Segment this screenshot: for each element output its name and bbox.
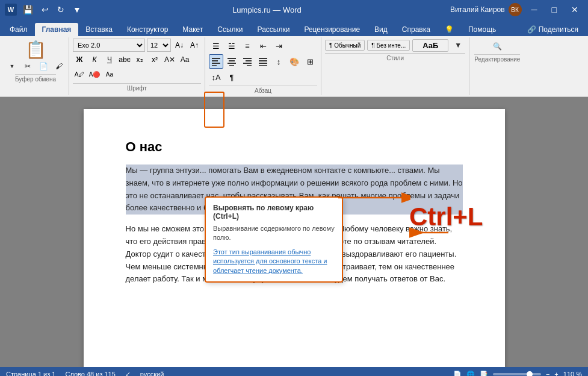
tab-view[interactable]: Вид [367,23,395,36]
shading-para-btn[interactable]: 🎨 [287,54,302,69]
styles-section: ¶ Обычный ¶ Без инте... AaБ ▼ Стили [321,37,469,95]
svg-rect-0 [212,58,220,59]
font-label: Шрифт [73,83,201,92]
user-name: Виталий Каиров [450,5,505,14]
superscript-btn[interactable]: x² [148,53,161,66]
view-normal-icon[interactable]: 📄 [453,371,462,377]
cut-btn[interactable]: ✂ [20,60,35,73]
tab-mailing[interactable]: Рассылки [250,23,297,36]
editing-section: 🔍 Редактирование [469,37,525,95]
underline-btn[interactable]: Ч [103,53,116,66]
undo-btn[interactable]: ↩ [39,4,51,16]
save-quick-btn[interactable]: 💾 [20,4,36,16]
doc-title: О нас [126,139,463,155]
close-btn[interactable]: ✕ [566,4,583,16]
zoom-btn-plus[interactable]: + [554,371,558,376]
tab-refs[interactable]: Ссылки [210,23,250,36]
user-area[interactable]: Виталий Каиров ВК [450,3,522,16]
subscript-btn[interactable]: x₂ [133,53,146,66]
status-bar: Страница 1 из 1 Слово 48 из 115 ✓ русски… [0,367,588,376]
svg-rect-14 [259,63,267,64]
justify-btn[interactable] [256,54,270,69]
tab-help[interactable]: Справка [395,23,438,36]
copy-btn[interactable]: 📄 [36,60,51,73]
svg-rect-7 [229,65,234,66]
style-no-spacing-label: ¶ Без инте... [371,42,406,49]
font-size-select[interactable]: 12 [147,39,171,52]
title-bar-center: Lumpics.ru — Word [232,5,302,14]
word-count: Слово 48 из 115 [65,371,115,376]
pilcrow-btn[interactable]: ¶ [224,70,239,84]
para-label: Абзац [209,86,317,94]
minimize-btn[interactable]: ─ [527,4,542,16]
tab-design[interactable]: Конструктор [120,23,175,36]
svg-rect-13 [259,60,267,61]
line-spacing-btn[interactable]: ↕ [271,54,286,69]
align-center-btn[interactable] [224,54,239,69]
italic-btn[interactable]: К [88,53,101,66]
font-color-btn[interactable]: A🔴 [88,67,101,81]
view-web-icon[interactable]: 🌐 [466,371,475,377]
paste-button[interactable]: 📋 [25,40,46,60]
title-bar-left: W 💾 ↩ ↻ ▼ [5,4,84,16]
tab-file[interactable]: Файл [2,23,35,36]
svg-rect-10 [243,63,252,64]
highlight-btn[interactable]: A🖊 [73,67,86,81]
svg-rect-5 [229,60,235,61]
zoom-slider[interactable] [493,373,541,375]
find-btn[interactable]: 🔍 [474,40,520,53]
tab-share[interactable]: 🔗 Поделиться [520,23,586,36]
view-outline-icon[interactable]: 📑 [480,371,488,377]
clear-format-btn[interactable]: A✕ [163,53,176,66]
spell-check-icon[interactable]: ✓ [125,371,131,377]
sort-btn[interactable]: ↕A [209,70,223,84]
zoom-btn-minus[interactable]: − [546,371,549,376]
decrease-indent-btn[interactable]: ⇤ [256,39,270,53]
redo-btn[interactable]: ↻ [55,4,67,16]
page-count: Страница 1 из 1 [6,371,55,376]
case-btn[interactable]: Aa [178,53,191,66]
status-right: 📄 🌐 📑 − + 110 % [453,371,582,377]
bold-btn[interactable]: Ж [73,53,86,66]
multilevel-btn[interactable]: ≡ [240,39,255,53]
strikethrough-btn[interactable]: abc [118,53,131,66]
zoom-thumb [527,371,533,376]
borders-btn[interactable]: ⊞ [303,54,317,69]
numbering-btn[interactable]: ☱ [224,39,239,53]
paste-dropdown[interactable]: ▼ [5,60,19,73]
tab-assistant[interactable]: Помощь [461,23,503,36]
restore-btn[interactable]: □ [547,4,562,16]
tooltip-note-text: Этот тип выравнивания обычно используетс… [213,248,327,274]
bullets-btn[interactable]: ☰ [209,39,223,53]
font-name-select[interactable]: Exo 2.0 [73,39,145,52]
style-normal-label: ¶ Обычный [329,42,361,49]
app-title: Lumpics.ru — Word [232,5,302,14]
tab-review[interactable]: Рецензирование [297,23,367,36]
title-bar: W 💾 ↩ ↻ ▼ Lumpics.ru — Word Виталий Каир… [0,0,588,19]
status-left: Страница 1 из 1 Слово 48 из 115 ✓ русски… [6,371,164,377]
annotation-arrow-2 [400,224,448,243]
tab-insert[interactable]: Вставка [78,23,120,36]
style-heading-label: AaБ [422,41,438,50]
style-no-spacing[interactable]: ¶ Без инте... [367,40,410,51]
decrease-font-btn[interactable]: A↓ [173,39,186,52]
tab-home[interactable]: Главная [35,23,79,36]
tab-ideas[interactable]: 💡 [438,23,461,36]
svg-rect-4 [227,58,236,59]
svg-rect-3 [212,65,217,66]
shading-btn[interactable]: Аа [103,67,116,81]
align-left-btn[interactable] [209,54,223,69]
tooltip-popup: Выровнять по левому краю (Ctrl+L) Выравн… [205,196,343,283]
align-right-btn[interactable] [240,54,255,69]
style-normal[interactable]: ¶ Обычный [325,40,365,51]
increase-indent-btn[interactable]: ⇥ [271,39,286,53]
customize-btn[interactable]: ▼ [70,4,84,16]
user-avatar: ВК [509,3,522,16]
styles-more-btn[interactable]: ▼ [451,39,465,52]
format-painter-btn[interactable]: 🖌 [52,60,66,73]
tab-layout[interactable]: Макет [175,23,210,36]
style-heading[interactable]: AaБ [412,39,448,52]
tooltip-desc: Выравнивание содержимого по левому полю. [213,224,335,243]
svg-rect-8 [243,58,252,59]
increase-font-btn[interactable]: A↑ [188,39,201,52]
